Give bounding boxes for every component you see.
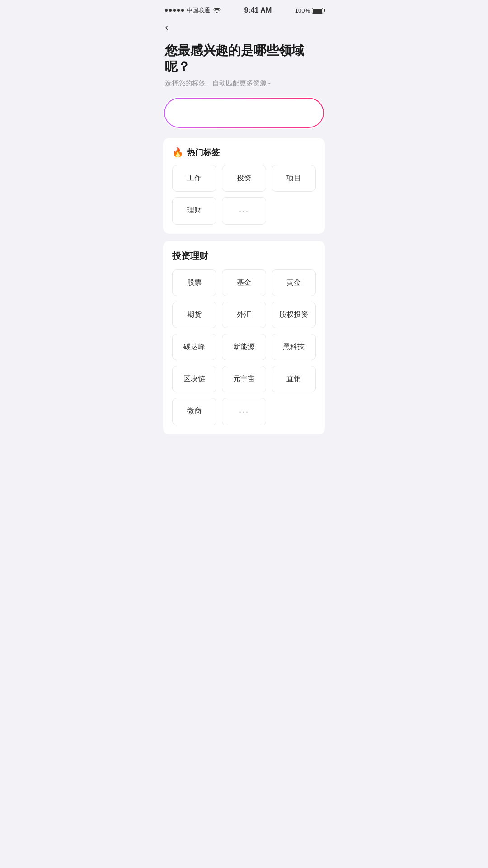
status-bar: 中国联通 9:41 AM 100% xyxy=(156,0,332,18)
tag-wealth[interactable]: 理财 xyxy=(172,197,216,225)
tag-forex[interactable]: 外汇 xyxy=(222,302,266,328)
search-button[interactable]: 搜索 xyxy=(286,104,320,122)
status-left: 中国联通 xyxy=(165,6,221,14)
tag-work[interactable]: 工作 xyxy=(172,165,216,192)
invest-title: 投资理财 xyxy=(172,250,316,262)
carrier-label: 中国联通 xyxy=(187,6,210,14)
hot-tags-label: 热门标签 xyxy=(187,147,220,158)
signal-dots xyxy=(165,9,184,12)
status-right: 100% xyxy=(295,7,323,14)
page-header: 您最感兴趣的是哪些领域呢？ 选择您的标签，自动匹配更多资源~ xyxy=(156,35,332,97)
invest-tags-grid: 股票 基金 黄金 期货 外汇 股权投资 碳达峰 新能源 黑科技 区块链 元宇宙 … xyxy=(172,269,316,425)
tag-invest[interactable]: 投资 xyxy=(222,165,266,192)
tag-more-invest[interactable]: ··· xyxy=(222,398,266,425)
tag-fund[interactable]: 基金 xyxy=(222,269,266,296)
battery-icon xyxy=(312,8,323,14)
tag-project[interactable]: 项目 xyxy=(272,165,316,192)
tag-metaverse[interactable]: 元宇宙 xyxy=(222,366,266,392)
hot-tags-grid: 工作 投资 项目 理财 ··· xyxy=(172,165,316,225)
hot-tags-title: 🔥 热门标签 xyxy=(172,147,316,158)
wifi-icon xyxy=(213,7,221,14)
status-time: 9:41 AM xyxy=(244,6,272,14)
tag-more-hot[interactable]: ··· xyxy=(222,197,266,225)
svg-point-0 xyxy=(172,108,178,114)
tag-blockchain[interactable]: 区块链 xyxy=(172,366,216,392)
search-container: 搜索 xyxy=(156,97,332,138)
back-button[interactable]: ‹ xyxy=(165,22,168,33)
tag-weshop[interactable]: 微商 xyxy=(172,398,216,425)
invest-card: 投资理财 股票 基金 黄金 期货 外汇 股权投资 碳达峰 新能源 黑科技 区块链… xyxy=(163,241,325,434)
search-icon xyxy=(171,108,179,118)
tag-equity[interactable]: 股权投资 xyxy=(272,302,316,328)
back-button-container: ‹ xyxy=(156,18,332,35)
tag-mlm[interactable]: 直销 xyxy=(272,366,316,392)
tag-gold[interactable]: 黄金 xyxy=(272,269,316,296)
fire-icon: 🔥 xyxy=(172,147,183,158)
battery-label: 100% xyxy=(295,7,310,14)
page-subtitle: 选择您的标签，自动匹配更多资源~ xyxy=(165,79,323,88)
search-input[interactable] xyxy=(183,109,284,117)
tag-stock[interactable]: 股票 xyxy=(172,269,216,296)
tag-carbon[interactable]: 碳达峰 xyxy=(172,334,216,360)
tag-newenergy[interactable]: 新能源 xyxy=(222,334,266,360)
hot-tags-card: 🔥 热门标签 工作 投资 项目 理财 ··· xyxy=(163,138,325,234)
tag-futures[interactable]: 期货 xyxy=(172,302,216,328)
tag-hitech[interactable]: 黑科技 xyxy=(272,334,316,360)
search-bar: 搜索 xyxy=(163,97,325,129)
page-title: 您最感兴趣的是哪些领域呢？ xyxy=(165,42,323,75)
